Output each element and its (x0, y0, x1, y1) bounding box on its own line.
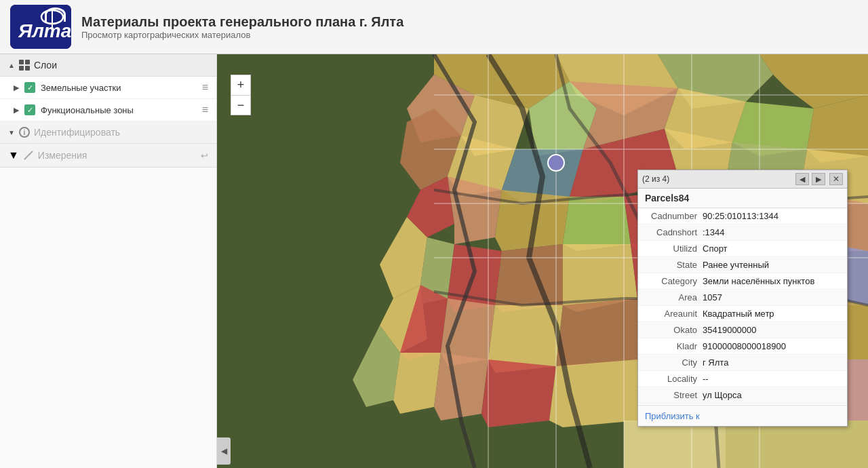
layer-item-parcels: ▶ Земельные участки ≡ (0, 77, 216, 99)
info-row-key: City (645, 357, 703, 368)
layer-checkbox-zones[interactable] (24, 104, 35, 115)
zoom-in-button[interactable]: + (231, 75, 251, 95)
svg-line-6 (28, 153, 31, 155)
info-row-key: Category (645, 276, 703, 286)
header: Ялта Материалы проекта генерального план… (0, 0, 868, 54)
info-row-value: Квадратный метр (703, 309, 840, 319)
sidebar-toggle-button[interactable]: ◀ (217, 437, 231, 465)
zoom-to-feature-link[interactable]: Приблизить к (645, 411, 700, 421)
logo: Ялта (10, 5, 71, 49)
panel-next-button[interactable]: ▶ (812, 173, 825, 185)
info-row: Cadnumber90:25:010113:1344 (638, 208, 847, 225)
info-row-value: 90:25:010113:1344 (703, 211, 840, 221)
info-row-value: 91000008000018900 (703, 341, 840, 351)
measure-label: Измерения (38, 150, 87, 161)
svg-line-5 (24, 157, 26, 159)
layer-label-zones: Функциональные зоны (41, 105, 197, 115)
zoom-out-button[interactable]: − (231, 95, 251, 115)
layer-checkbox-parcels[interactable] (24, 82, 35, 93)
info-row-key: State (645, 260, 703, 270)
svg-point-73 (548, 155, 564, 171)
layers-label: Слои (34, 60, 57, 71)
page-subtitle: Просмотр картографических материалов (81, 30, 403, 40)
info-row-key: Cadnumber (645, 211, 703, 221)
page-title: Материалы проекта генерального плана г. … (81, 14, 403, 30)
info-row-key: Kladr (645, 341, 703, 351)
svg-marker-63 (624, 421, 726, 468)
expand-arrow-zones-icon[interactable]: ▶ (14, 106, 19, 115)
info-row: Okato35419000000 (638, 322, 847, 338)
identify-section[interactable]: ▼ i Идентифицировать (0, 121, 216, 144)
layer-label-parcels: Земельные участки (41, 83, 197, 93)
layers-grid-icon (19, 60, 30, 71)
info-row-value: -- (703, 374, 840, 384)
info-row-key: Area (645, 292, 703, 303)
info-row: CategoryЗемли населённых пунктов (638, 273, 847, 290)
info-row: Cityг Ялта (638, 355, 847, 371)
layer-item-zones: ▶ Функциональные зоны ≡ (0, 99, 216, 121)
info-row-value: Спорт (703, 243, 840, 254)
measure-section[interactable]: ▼ Измерения ↩ (0, 144, 216, 168)
info-row-value: Земли населённых пунктов (703, 276, 840, 286)
panel-counter: (2 из 4) (642, 174, 793, 184)
info-row-key: Cadnshort (645, 227, 703, 237)
header-text: Материалы проекта генерального плана г. … (81, 14, 403, 40)
svg-marker-30 (563, 197, 631, 251)
layer-menu-parcels-icon[interactable]: ≡ (202, 81, 208, 94)
svg-text:Ялта: Ялта (18, 20, 71, 41)
measure-ruler-icon (23, 150, 34, 161)
measure-action-icon: ↩ (201, 151, 208, 161)
identify-info-icon: i (19, 127, 30, 138)
info-panel-footer: Приблизить к (638, 405, 847, 426)
layers-chevron-icon: ▲ (8, 62, 15, 69)
info-row-key: Utilizd (645, 243, 703, 254)
info-row: StateРанее учтенный (638, 257, 847, 273)
info-row-value: :1344 (703, 227, 840, 237)
panel-prev-button[interactable]: ◀ (795, 173, 809, 185)
info-row-value: Ранее учтенный (703, 260, 840, 270)
info-row-key: Locality (645, 374, 703, 384)
svg-marker-54 (393, 353, 441, 414)
layer-menu-zones-icon[interactable]: ≡ (202, 104, 208, 116)
info-panel-titlebar: (2 из 4) ◀ ▶ ✕ (638, 170, 847, 189)
svg-marker-48 (556, 298, 637, 366)
info-panel: (2 из 4) ◀ ▶ ✕ Parcels84 Cadnumber90:25:… (637, 170, 848, 427)
info-row: Kladr91000008000018900 (638, 338, 847, 355)
info-row-value: ул Щорса (703, 390, 840, 400)
zoom-controls: + − (231, 75, 251, 115)
info-row: Locality-- (638, 371, 847, 387)
info-panel-title: Parcels84 (638, 189, 847, 208)
info-row: UtilizdСпорт (638, 241, 847, 257)
info-row-key: Street (645, 390, 703, 400)
info-row: AreaunitКвадратный метр (638, 306, 847, 322)
svg-marker-56 (481, 359, 556, 427)
info-row-key: Okato (645, 325, 703, 335)
map-container[interactable]: + − ◀ (2 из 4) ◀ ▶ ✕ Parcels84 Cadnumber… (217, 54, 868, 468)
panel-close-button[interactable]: ✕ (829, 173, 843, 185)
identify-chevron-icon: ▼ (8, 129, 15, 136)
info-row-value: 35419000000 (703, 325, 840, 335)
expand-arrow-icon[interactable]: ▶ (14, 83, 19, 92)
layers-section-header[interactable]: ▲ Слои (0, 54, 216, 77)
info-row-key: Areaunit (645, 309, 703, 319)
sidebar: ▲ Слои ▶ Земельные участки ≡ ▶ Функциона… (0, 54, 217, 468)
info-row: Cadnshort:1344 (638, 225, 847, 241)
info-row: Streetул Щорса (638, 387, 847, 404)
info-panel-body[interactable]: Cadnumber90:25:010113:1344Cadnshort:1344… (638, 208, 847, 405)
info-row-value: г Ялта (703, 357, 840, 368)
measure-chevron-icon: ▼ (8, 149, 19, 161)
info-row: Area1057 (638, 290, 847, 306)
identify-label: Идентифицировать (34, 127, 120, 138)
svg-marker-62 (726, 421, 868, 468)
info-row-value: 1057 (703, 292, 840, 303)
